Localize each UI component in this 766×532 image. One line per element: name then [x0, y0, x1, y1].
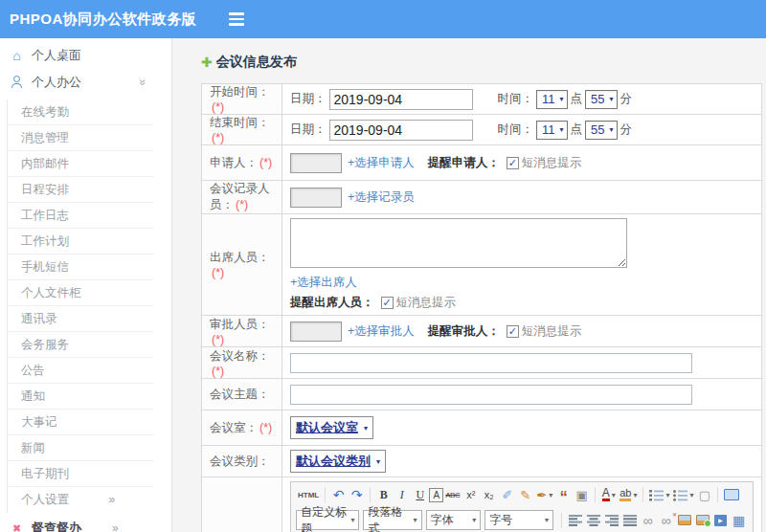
required-mark: (*) — [212, 100, 224, 114]
row-recorder: 会议记录人员：(*) +选择记录员 — [202, 181, 762, 214]
unlink-icon[interactable]: ∞ — [657, 511, 675, 530]
sidebar-item-office[interactable]: 个人办公 » — [0, 69, 171, 96]
paint-format-icon[interactable]: ✒▾ — [534, 485, 554, 504]
new-page-icon[interactable]: ▢ — [695, 485, 713, 504]
align-justify-icon[interactable] — [620, 511, 639, 530]
field-label: 开始时间： — [210, 85, 270, 99]
field-label: 结束时间： — [210, 116, 270, 129]
align-left-icon[interactable] — [566, 511, 584, 530]
sidebar-subitem[interactable]: 大事记 — [8, 410, 154, 435]
field-label: 审批人员： — [210, 318, 270, 331]
sidebar-item-label: 督查督办 — [32, 520, 81, 532]
html-source-button[interactable]: HTML — [296, 485, 321, 504]
sidebar-subitem[interactable]: 工作日志 — [8, 203, 154, 229]
sidebar-subitem[interactable]: 通讯录 — [8, 306, 154, 332]
eraser-icon[interactable]: ✐ — [498, 485, 516, 504]
remind-attendees-label: 提醒出席人员： — [290, 295, 374, 311]
font-size-select[interactable]: 字号▾ — [484, 510, 553, 530]
blockquote-icon[interactable]: “ — [554, 485, 573, 504]
sidebar-item-settings[interactable]: 个人设置 » — [8, 487, 154, 513]
ordered-list-icon[interactable]: ▾ — [647, 485, 671, 504]
choose-attendees-link[interactable]: +选择出席人 — [290, 276, 357, 289]
applicant-input[interactable] — [290, 153, 342, 173]
sidebar-subitem[interactable]: 手机短信 — [8, 255, 154, 280]
font-color-icon[interactable]: A▾ — [599, 485, 618, 504]
underline-icon[interactable]: U — [411, 485, 429, 504]
sidebar-item-desktop[interactable]: ⌂ 个人桌面 — [0, 42, 171, 69]
required-mark: (*) — [236, 198, 248, 211]
chevron-down-icon: » — [137, 79, 150, 86]
row-meeting-room: 会议室：(*) 默认会议室▾ — [202, 410, 762, 446]
toolbar-divider — [717, 487, 718, 502]
sidebar-subitem[interactable]: 内部邮件 — [8, 151, 154, 177]
office-submenu: 在线考勤 消息管理 内部邮件 日程安排 工作日志 工作计划 手机短信 个人文件柜… — [7, 100, 171, 513]
field-label-cell: 开始时间：(*) — [202, 84, 282, 115]
approver-input[interactable] — [290, 321, 342, 342]
insert-media-icon[interactable]: ▶ — [711, 511, 730, 530]
sidebar-subitem[interactable]: 通知 — [8, 384, 154, 410]
sidebar-subitem[interactable]: 工作计划 — [8, 229, 154, 255]
start-hour-select[interactable]: 11▾ — [536, 90, 568, 109]
align-right-icon[interactable] — [602, 511, 620, 530]
highlight-color-icon[interactable]: ab▾ — [618, 485, 639, 504]
attendees-textarea[interactable] — [290, 218, 627, 268]
sidebar-subitem[interactable]: 个人文件柜 — [8, 280, 154, 306]
sidebar-subitem[interactable]: 会务服务 — [8, 332, 154, 358]
insert-image-icon[interactable] — [675, 511, 693, 530]
bold-icon[interactable]: B — [374, 485, 393, 504]
end-minute-select[interactable]: 55▾ — [585, 121, 617, 140]
sidebar-subitem[interactable]: 公告 — [8, 358, 154, 384]
time-label: 时间： — [498, 122, 534, 138]
font-style-icon[interactable]: A — [429, 488, 443, 502]
sidebar-subitem[interactable]: 在线考勤 — [8, 100, 154, 125]
end-date-input[interactable] — [329, 120, 473, 141]
strikethrough-icon[interactable]: ABC — [443, 485, 462, 504]
required-mark: (*) — [212, 365, 224, 378]
superscript-icon[interactable]: x² — [462, 485, 480, 504]
start-date-input[interactable] — [329, 89, 473, 110]
row-applicant: 申请人：(*) +选择申请人 提醒申请人： ✓ 短消息提示 — [202, 145, 762, 181]
meeting-name-input[interactable] — [290, 353, 692, 373]
unordered-list-icon[interactable]: ▾ — [671, 485, 695, 504]
chevron-down-icon: ▾ — [689, 491, 693, 499]
paste-text-icon[interactable]: ▣ — [573, 485, 591, 504]
fullscreen-icon[interactable] — [722, 485, 741, 504]
link-icon[interactable]: ∞ — [639, 511, 657, 530]
end-hour-select[interactable]: 11▾ — [536, 121, 568, 140]
app-title: PHPOA协同办公软件政务版 — [10, 11, 196, 29]
toolbar-divider — [325, 487, 326, 502]
toolbar-divider — [595, 487, 596, 502]
start-minute-select[interactable]: 55▾ — [585, 90, 617, 109]
choose-approver-link[interactable]: +选择审批人 — [348, 323, 415, 340]
font-family-select[interactable]: 字体▾ — [426, 510, 482, 530]
meeting-subject-input[interactable] — [290, 385, 692, 405]
required-mark: (*) — [212, 131, 224, 144]
insert-table-icon[interactable]: ▦ — [730, 511, 748, 530]
toolbar-divider — [370, 487, 371, 502]
row-attendees: 出席人员：(*) +选择出席人 提醒出席人员： ✓ 短消息提示 — [202, 214, 762, 316]
sidebar-item-supervision[interactable]: ✖ 督查督办 » — [0, 515, 171, 532]
meeting-room-select[interactable]: 默认会议室▾ — [290, 416, 373, 439]
heading-select[interactable]: 自定义标题▾ — [296, 510, 359, 530]
sidebar-subitem[interactable]: 新闻 — [8, 435, 154, 461]
meeting-category-select[interactable]: 默认会议类别▾ — [290, 450, 386, 473]
paragraph-format-select[interactable]: 段落格式▾ — [363, 510, 421, 530]
required-mark: (*) — [259, 421, 272, 434]
undo-icon[interactable]: ↶ — [329, 485, 348, 504]
sms-checkbox[interactable]: ✓ — [507, 325, 519, 338]
sidebar-subitem[interactable]: 日程安排 — [8, 177, 154, 203]
choose-applicant-link[interactable]: +选择申请人 — [348, 155, 415, 171]
sms-checkbox[interactable]: ✓ — [507, 157, 519, 169]
sidebar-subitem[interactable]: 电子期刊 — [8, 461, 154, 487]
align-center-icon[interactable] — [584, 511, 602, 530]
menu-icon[interactable] — [229, 12, 244, 26]
choose-recorder-link[interactable]: +选择记录员 — [348, 189, 415, 206]
redo-icon[interactable]: ↷ — [348, 485, 366, 504]
sidebar-subitem[interactable]: 消息管理 — [8, 125, 154, 151]
format-brush-icon[interactable]: ✎ — [516, 485, 534, 504]
upload-image-icon[interactable] — [693, 511, 711, 530]
italic-icon[interactable]: I — [393, 485, 411, 504]
subscript-icon[interactable]: x₂ — [480, 485, 498, 504]
recorder-input[interactable] — [290, 188, 342, 208]
sms-checkbox[interactable]: ✓ — [381, 297, 394, 309]
